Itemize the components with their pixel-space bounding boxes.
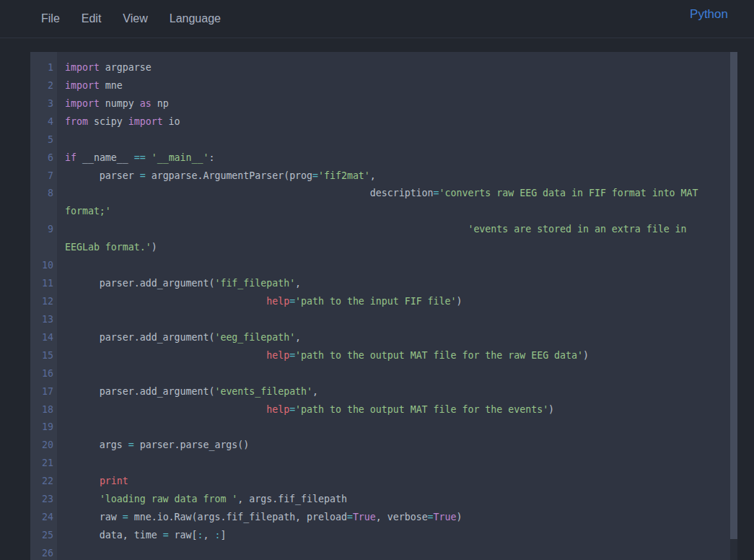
code-token: = bbox=[163, 530, 169, 541]
code-line[interactable]: if __name__ == '__main__': bbox=[65, 149, 730, 167]
code-token: 'converts raw EEG data in FIF format int… bbox=[439, 188, 698, 198]
code-token: ) bbox=[548, 404, 554, 415]
line-number: 19 bbox=[30, 419, 57, 437]
code-token: import bbox=[128, 116, 163, 127]
code-line[interactable]: import argparse bbox=[65, 59, 730, 77]
menu-item-file[interactable]: File bbox=[41, 12, 60, 25]
line-number: 6 bbox=[30, 149, 57, 167]
code-token: parser.add_argument( bbox=[65, 332, 214, 343]
language-indicator[interactable]: Python bbox=[690, 7, 728, 22]
line-number: 14 bbox=[30, 329, 57, 347]
code-token: ) bbox=[457, 512, 463, 522]
code-line[interactable] bbox=[65, 455, 730, 473]
code-token: , bbox=[370, 170, 376, 181]
menu-item-language[interactable]: Language bbox=[170, 12, 221, 25]
code-line[interactable]: help='path to the input FIF file') bbox=[65, 293, 730, 311]
code-token: format;' bbox=[65, 206, 111, 216]
code-token: help bbox=[266, 404, 289, 415]
line-number: 22 bbox=[30, 473, 57, 491]
code-line[interactable] bbox=[65, 311, 730, 329]
code-token: parser.parse_args() bbox=[134, 439, 250, 450]
code-editor[interactable]: 1234567891011121314151617181920212223242… bbox=[30, 52, 737, 560]
code-line[interactable]: args = parser.parse_args() bbox=[65, 437, 730, 455]
code-token: mne bbox=[100, 80, 123, 91]
code-token: 'fif_filepath' bbox=[214, 278, 295, 289]
code-line[interactable]: data, time = raw[:, :] bbox=[65, 527, 730, 545]
code-line[interactable]: print bbox=[65, 473, 730, 491]
code-line[interactable] bbox=[65, 419, 730, 437]
menu-item-edit[interactable]: Edit bbox=[82, 12, 102, 25]
code-line[interactable]: raw = mne.io.Raw(args.fif_filepath, prel… bbox=[65, 509, 730, 527]
code-line[interactable]: 'events are stored in an extra file in bbox=[65, 221, 730, 239]
code-token: 'path to the input FIF file' bbox=[295, 296, 456, 307]
code-token: 'path to the output MAT file for the eve… bbox=[295, 404, 548, 415]
line-number: 4 bbox=[30, 113, 57, 131]
code-token: '__main__' bbox=[152, 152, 209, 163]
code-token: print bbox=[100, 476, 128, 486]
line-number: 24 bbox=[30, 509, 57, 527]
code-token: argparse bbox=[100, 62, 152, 73]
code-token: argparse.ArgumentParser(prog bbox=[146, 170, 312, 181]
code-line[interactable]: help='path to the output MAT file for th… bbox=[65, 401, 730, 419]
code-line[interactable]: parser = argparse.ArgumentParser(prog='f… bbox=[65, 167, 730, 185]
code-token: from bbox=[65, 116, 88, 127]
code-line[interactable] bbox=[65, 131, 730, 149]
code-line[interactable] bbox=[65, 365, 730, 383]
code-token: numpy bbox=[100, 98, 140, 109]
code-token: ] bbox=[220, 530, 226, 541]
gutter: 1234567891011121314151617181920212223242… bbox=[30, 52, 57, 560]
code-line[interactable]: import mne bbox=[65, 77, 730, 95]
code-token: mne.io.Raw(args.fif_filepath, preload bbox=[128, 512, 347, 522]
code-token: , bbox=[312, 386, 318, 397]
code-line[interactable]: parser.add_argument('eeg_filepath', bbox=[65, 329, 730, 347]
line-number: 25 bbox=[30, 527, 57, 545]
code-token: __name__ bbox=[76, 152, 134, 163]
code-line[interactable] bbox=[65, 545, 730, 560]
code-line[interactable]: help='path to the output MAT file for th… bbox=[65, 347, 730, 365]
code-line[interactable]: format;' bbox=[65, 203, 730, 221]
code-token: help bbox=[266, 350, 289, 361]
line-number: 12 bbox=[30, 293, 57, 311]
code-lines[interactable]: import argparseimport mneimport numpy as… bbox=[57, 52, 730, 560]
code-token bbox=[65, 404, 266, 415]
line-number bbox=[30, 239, 57, 257]
line-number: 16 bbox=[30, 365, 57, 383]
code-token bbox=[65, 476, 100, 486]
code-token: ) bbox=[152, 242, 157, 253]
code-token: parser.add_argument( bbox=[65, 386, 214, 397]
code-token: , bbox=[295, 332, 301, 343]
code-token: 'loading raw data from ' bbox=[100, 494, 237, 504]
code-line[interactable]: parser.add_argument('events_filepath', bbox=[65, 383, 730, 401]
code-line[interactable]: description='converts raw EEG data in FI… bbox=[65, 185, 730, 203]
vertical-scrollbar[interactable] bbox=[730, 52, 737, 560]
code-line[interactable]: parser.add_argument('fif_filepath', bbox=[65, 275, 730, 293]
code-line[interactable]: import numpy as np bbox=[65, 95, 730, 113]
code-token: if bbox=[65, 152, 76, 163]
code-token: = bbox=[347, 512, 353, 522]
code-token bbox=[146, 152, 152, 163]
menu-item-view[interactable]: View bbox=[123, 12, 147, 25]
scrollbar-thumb[interactable] bbox=[730, 52, 737, 539]
line-number: 20 bbox=[30, 437, 57, 455]
code-line[interactable]: 'loading raw data from ', args.fif_filep… bbox=[65, 491, 730, 509]
code-token: , bbox=[203, 530, 214, 541]
code-token: , verbose bbox=[376, 512, 428, 522]
code-token: 'eeg_filepath' bbox=[214, 332, 295, 343]
code-line[interactable]: EEGLab format.') bbox=[65, 239, 730, 257]
code-token: help bbox=[266, 296, 289, 307]
code-token: np bbox=[152, 98, 169, 109]
code-token: = bbox=[434, 188, 439, 198]
menu-bar: File Edit View Language Python bbox=[0, 0, 754, 38]
code-token: = bbox=[428, 512, 434, 522]
line-number: 1 bbox=[30, 59, 57, 77]
line-number: 21 bbox=[30, 455, 57, 473]
line-number: 17 bbox=[30, 383, 57, 401]
code-token: ) bbox=[583, 350, 589, 361]
code-token: import bbox=[65, 80, 100, 91]
code-token: = bbox=[289, 350, 295, 361]
code-token: , args.fif_filepath bbox=[237, 494, 347, 504]
code-line[interactable]: from scipy import io bbox=[65, 113, 730, 131]
code-line[interactable] bbox=[65, 257, 730, 275]
code-token: = bbox=[128, 439, 134, 450]
code-token: = bbox=[140, 170, 146, 181]
